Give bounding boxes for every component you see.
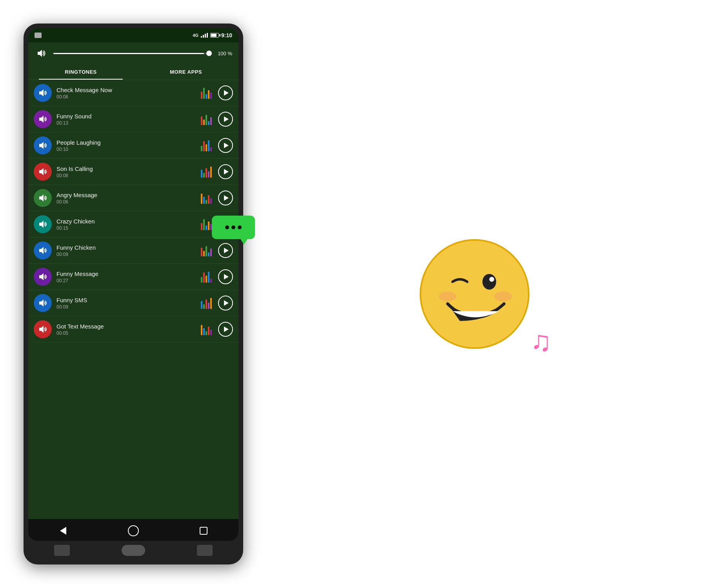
play-icon-9 [224,300,229,306]
ringtone-duration: 00:27 [56,278,196,283]
chat-bubble [212,216,255,239]
ringtone-icon-2[interactable] [34,110,52,128]
ringtone-duration: 00:06 [56,94,196,100]
ringtone-list: Check Message Now 00:06 Funny Sound 00:1 [28,80,238,519]
volume-slider[interactable] [53,53,212,54]
ringtone-info-2: Funny Sound 00:13 [56,113,196,126]
ringtone-controls-9 [201,296,233,310]
play-icon-7 [224,248,229,253]
svg-marker-3 [39,142,44,149]
list-item: Funny Message 00:27 [28,264,238,290]
ringtone-icon-10[interactable] [34,320,52,338]
ringtone-name: Funny SMS [56,297,196,303]
volume-icon [35,46,49,60]
list-item: Funny Sound 00:13 [28,106,238,132]
svg-marker-5 [39,194,44,201]
ringtone-name: Funny Chicken [56,244,196,251]
equalizer-bars-1 [201,87,215,99]
play-button-10[interactable] [218,322,233,337]
sd-card-icon [35,33,42,38]
signal-bars-icon [201,33,208,38]
svg-marker-4 [39,168,44,175]
svg-marker-2 [39,116,44,123]
play-button-2[interactable] [218,112,233,127]
ringtone-name: Crazy Chicken [56,218,196,225]
tab-more-apps[interactable]: MORE APPS [133,64,238,80]
svg-marker-9 [39,299,44,307]
ringtone-info-9: Funny SMS 00:09 [56,297,196,310]
ringtone-controls-7 [201,243,233,258]
list-item: People Laughing 00:10 [28,132,238,159]
ringtone-name: Angry Message [56,192,196,198]
ringtone-controls-5 [201,191,233,205]
play-icon-3 [224,143,229,148]
ringtone-icon-6[interactable] [34,215,52,233]
play-button-9[interactable] [218,296,233,310]
list-item: Angry Message 00:06 [28,185,238,211]
ringtone-info-6: Crazy Chicken 00:15 [56,218,196,231]
ringtone-icon-8[interactable] [34,268,52,286]
play-button-5[interactable] [218,191,233,205]
ringtone-duration: 00:13 [56,120,196,126]
svg-marker-8 [39,273,44,280]
nav-bar [28,519,238,541]
ringtone-duration: 00:09 [56,304,196,310]
ringtone-duration: 00:15 [56,225,196,231]
list-item: Crazy Chicken 00:15 [28,211,238,238]
bubble-dot-2 [231,225,235,229]
tab-ringtones[interactable]: RINGTONES [28,64,133,80]
ringtone-info-5: Angry Message 00:06 [56,192,196,205]
list-item: Son Is Calling 00:08 [28,159,238,185]
ringtone-duration: 00:05 [56,330,196,336]
play-button-4[interactable] [218,164,233,179]
play-button-7[interactable] [218,243,233,258]
volume-row: 100 % [28,42,238,64]
clock: 9:10 [221,32,232,38]
svg-marker-6 [39,221,44,228]
status-right: 4G 9:10 [193,32,232,38]
home-button[interactable] [126,524,140,538]
list-item: Check Message Now 00:06 [28,80,238,106]
network-indicator: 4G [193,33,198,38]
ringtone-icon-3[interactable] [34,136,52,154]
tablet-bottom-right [197,545,213,556]
ringtone-duration: 00:10 [56,147,196,152]
ringtone-icon-7[interactable] [34,241,52,260]
ringtone-name: Son Is Calling [56,165,196,172]
ringtone-icon-5[interactable] [34,189,52,207]
play-button-8[interactable] [218,269,233,284]
play-icon-4 [224,169,229,174]
play-icon-1 [224,90,229,96]
music-note-icon: ♫ [530,327,551,355]
ringtone-controls-4 [201,164,233,179]
scene: 4G 9:10 [0,0,706,588]
ringtone-controls-3 [201,138,233,153]
tablet-bottom-bar [28,541,238,560]
list-item: Funny SMS 00:09 [28,290,238,316]
bubble-dot-3 [238,225,242,229]
svg-marker-7 [39,247,44,254]
back-button[interactable] [56,524,70,538]
emoji-face: ♫ [420,239,530,349]
play-button-3[interactable] [218,138,233,153]
ringtone-name: Funny Sound [56,113,196,120]
ringtone-icon-9[interactable] [34,294,52,312]
svg-marker-10 [39,326,44,333]
ringtone-info-10: Got Text Message 00:05 [56,323,196,336]
status-bar: 4G 9:10 [28,28,238,42]
tablet-home-oval[interactable] [122,545,145,556]
status-left [35,33,42,38]
tabs-row: RINGTONES MORE APPS [28,64,238,80]
recent-button[interactable] [197,524,211,538]
ringtone-info-3: People Laughing 00:10 [56,139,196,152]
tablet-bottom-left [54,545,70,556]
svg-marker-1 [39,89,44,96]
play-icon-10 [224,327,229,332]
ringtone-icon-1[interactable] [34,84,52,102]
play-button-1[interactable] [218,85,233,100]
equalizer-bars-8 [201,271,215,283]
svg-point-14 [494,292,512,301]
ringtone-icon-4[interactable] [34,163,52,181]
ringtone-name: Check Message Now [56,87,196,93]
list-item: Funny Chicken 00:09 [28,238,238,264]
